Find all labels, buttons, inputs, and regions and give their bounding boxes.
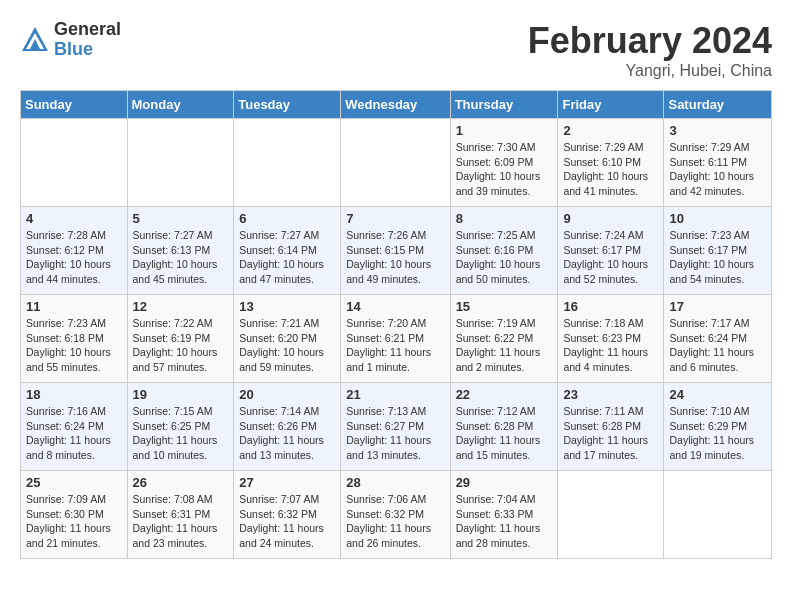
calendar-cell: 1 Sunrise: 7:30 AMSunset: 6:09 PMDayligh… (450, 119, 558, 207)
day-info: Sunrise: 7:28 AMSunset: 6:12 PMDaylight:… (26, 228, 122, 287)
day-number: 28 (346, 475, 444, 490)
day-info: Sunrise: 7:21 AMSunset: 6:20 PMDaylight:… (239, 316, 335, 375)
day-info: Sunrise: 7:06 AMSunset: 6:32 PMDaylight:… (346, 492, 444, 551)
calendar-cell: 20 Sunrise: 7:14 AMSunset: 6:26 PMDaylig… (234, 383, 341, 471)
calendar-cell (127, 119, 234, 207)
day-number: 21 (346, 387, 444, 402)
day-number: 15 (456, 299, 553, 314)
calendar-cell: 18 Sunrise: 7:16 AMSunset: 6:24 PMDaylig… (21, 383, 128, 471)
day-number: 6 (239, 211, 335, 226)
day-info: Sunrise: 7:25 AMSunset: 6:16 PMDaylight:… (456, 228, 553, 287)
day-info: Sunrise: 7:23 AMSunset: 6:17 PMDaylight:… (669, 228, 766, 287)
location-subtitle: Yangri, Hubei, China (528, 62, 772, 80)
day-info: Sunrise: 7:10 AMSunset: 6:29 PMDaylight:… (669, 404, 766, 463)
day-info: Sunrise: 7:29 AMSunset: 6:10 PMDaylight:… (563, 140, 658, 199)
day-number: 16 (563, 299, 658, 314)
day-number: 17 (669, 299, 766, 314)
day-number: 24 (669, 387, 766, 402)
weekday-header: Sunday (21, 91, 128, 119)
day-number: 29 (456, 475, 553, 490)
day-info: Sunrise: 7:09 AMSunset: 6:30 PMDaylight:… (26, 492, 122, 551)
weekday-row: SundayMondayTuesdayWednesdayThursdayFrid… (21, 91, 772, 119)
calendar-cell: 2 Sunrise: 7:29 AMSunset: 6:10 PMDayligh… (558, 119, 664, 207)
calendar-cell (558, 471, 664, 559)
calendar-week-row: 11 Sunrise: 7:23 AMSunset: 6:18 PMDaylig… (21, 295, 772, 383)
day-info: Sunrise: 7:27 AMSunset: 6:13 PMDaylight:… (133, 228, 229, 287)
weekday-header: Monday (127, 91, 234, 119)
calendar-cell: 19 Sunrise: 7:15 AMSunset: 6:25 PMDaylig… (127, 383, 234, 471)
day-number: 7 (346, 211, 444, 226)
calendar-table: SundayMondayTuesdayWednesdayThursdayFrid… (20, 90, 772, 559)
day-number: 3 (669, 123, 766, 138)
logo-general-text: General (54, 20, 121, 40)
logo-icon (20, 25, 50, 55)
calendar-header: SundayMondayTuesdayWednesdayThursdayFrid… (21, 91, 772, 119)
calendar-cell: 16 Sunrise: 7:18 AMSunset: 6:23 PMDaylig… (558, 295, 664, 383)
weekday-header: Tuesday (234, 91, 341, 119)
day-number: 26 (133, 475, 229, 490)
calendar-cell: 4 Sunrise: 7:28 AMSunset: 6:12 PMDayligh… (21, 207, 128, 295)
day-info: Sunrise: 7:14 AMSunset: 6:26 PMDaylight:… (239, 404, 335, 463)
calendar-body: 1 Sunrise: 7:30 AMSunset: 6:09 PMDayligh… (21, 119, 772, 559)
calendar-cell: 9 Sunrise: 7:24 AMSunset: 6:17 PMDayligh… (558, 207, 664, 295)
day-info: Sunrise: 7:29 AMSunset: 6:11 PMDaylight:… (669, 140, 766, 199)
calendar-cell: 22 Sunrise: 7:12 AMSunset: 6:28 PMDaylig… (450, 383, 558, 471)
day-number: 20 (239, 387, 335, 402)
day-number: 4 (26, 211, 122, 226)
day-info: Sunrise: 7:11 AMSunset: 6:28 PMDaylight:… (563, 404, 658, 463)
day-number: 1 (456, 123, 553, 138)
title-section: February 2024 Yangri, Hubei, China (528, 20, 772, 80)
calendar-cell: 29 Sunrise: 7:04 AMSunset: 6:33 PMDaylig… (450, 471, 558, 559)
day-number: 19 (133, 387, 229, 402)
calendar-cell: 25 Sunrise: 7:09 AMSunset: 6:30 PMDaylig… (21, 471, 128, 559)
weekday-header: Wednesday (341, 91, 450, 119)
calendar-cell (21, 119, 128, 207)
weekday-header: Thursday (450, 91, 558, 119)
calendar-cell: 13 Sunrise: 7:21 AMSunset: 6:20 PMDaylig… (234, 295, 341, 383)
calendar-cell: 24 Sunrise: 7:10 AMSunset: 6:29 PMDaylig… (664, 383, 772, 471)
day-number: 27 (239, 475, 335, 490)
calendar-week-row: 25 Sunrise: 7:09 AMSunset: 6:30 PMDaylig… (21, 471, 772, 559)
day-number: 10 (669, 211, 766, 226)
day-info: Sunrise: 7:04 AMSunset: 6:33 PMDaylight:… (456, 492, 553, 551)
calendar-cell: 26 Sunrise: 7:08 AMSunset: 6:31 PMDaylig… (127, 471, 234, 559)
day-info: Sunrise: 7:22 AMSunset: 6:19 PMDaylight:… (133, 316, 229, 375)
calendar-cell: 3 Sunrise: 7:29 AMSunset: 6:11 PMDayligh… (664, 119, 772, 207)
day-info: Sunrise: 7:07 AMSunset: 6:32 PMDaylight:… (239, 492, 335, 551)
day-number: 14 (346, 299, 444, 314)
day-info: Sunrise: 7:15 AMSunset: 6:25 PMDaylight:… (133, 404, 229, 463)
month-title: February 2024 (528, 20, 772, 62)
day-info: Sunrise: 7:20 AMSunset: 6:21 PMDaylight:… (346, 316, 444, 375)
day-info: Sunrise: 7:13 AMSunset: 6:27 PMDaylight:… (346, 404, 444, 463)
day-number: 13 (239, 299, 335, 314)
calendar-cell: 14 Sunrise: 7:20 AMSunset: 6:21 PMDaylig… (341, 295, 450, 383)
calendar-cell: 21 Sunrise: 7:13 AMSunset: 6:27 PMDaylig… (341, 383, 450, 471)
calendar-cell: 17 Sunrise: 7:17 AMSunset: 6:24 PMDaylig… (664, 295, 772, 383)
calendar-cell: 15 Sunrise: 7:19 AMSunset: 6:22 PMDaylig… (450, 295, 558, 383)
day-info: Sunrise: 7:26 AMSunset: 6:15 PMDaylight:… (346, 228, 444, 287)
calendar-cell: 28 Sunrise: 7:06 AMSunset: 6:32 PMDaylig… (341, 471, 450, 559)
calendar-week-row: 1 Sunrise: 7:30 AMSunset: 6:09 PMDayligh… (21, 119, 772, 207)
calendar-week-row: 18 Sunrise: 7:16 AMSunset: 6:24 PMDaylig… (21, 383, 772, 471)
day-number: 18 (26, 387, 122, 402)
logo-blue-text: Blue (54, 40, 121, 60)
weekday-header: Saturday (664, 91, 772, 119)
day-info: Sunrise: 7:17 AMSunset: 6:24 PMDaylight:… (669, 316, 766, 375)
day-number: 2 (563, 123, 658, 138)
page-header: General Blue February 2024 Yangri, Hubei… (20, 20, 772, 80)
calendar-cell (341, 119, 450, 207)
day-info: Sunrise: 7:18 AMSunset: 6:23 PMDaylight:… (563, 316, 658, 375)
day-number: 22 (456, 387, 553, 402)
calendar-cell: 7 Sunrise: 7:26 AMSunset: 6:15 PMDayligh… (341, 207, 450, 295)
day-info: Sunrise: 7:23 AMSunset: 6:18 PMDaylight:… (26, 316, 122, 375)
day-number: 5 (133, 211, 229, 226)
day-number: 9 (563, 211, 658, 226)
day-info: Sunrise: 7:24 AMSunset: 6:17 PMDaylight:… (563, 228, 658, 287)
calendar-cell: 6 Sunrise: 7:27 AMSunset: 6:14 PMDayligh… (234, 207, 341, 295)
day-info: Sunrise: 7:19 AMSunset: 6:22 PMDaylight:… (456, 316, 553, 375)
day-info: Sunrise: 7:27 AMSunset: 6:14 PMDaylight:… (239, 228, 335, 287)
calendar-cell: 5 Sunrise: 7:27 AMSunset: 6:13 PMDayligh… (127, 207, 234, 295)
calendar-cell: 11 Sunrise: 7:23 AMSunset: 6:18 PMDaylig… (21, 295, 128, 383)
calendar-cell: 23 Sunrise: 7:11 AMSunset: 6:28 PMDaylig… (558, 383, 664, 471)
day-number: 8 (456, 211, 553, 226)
